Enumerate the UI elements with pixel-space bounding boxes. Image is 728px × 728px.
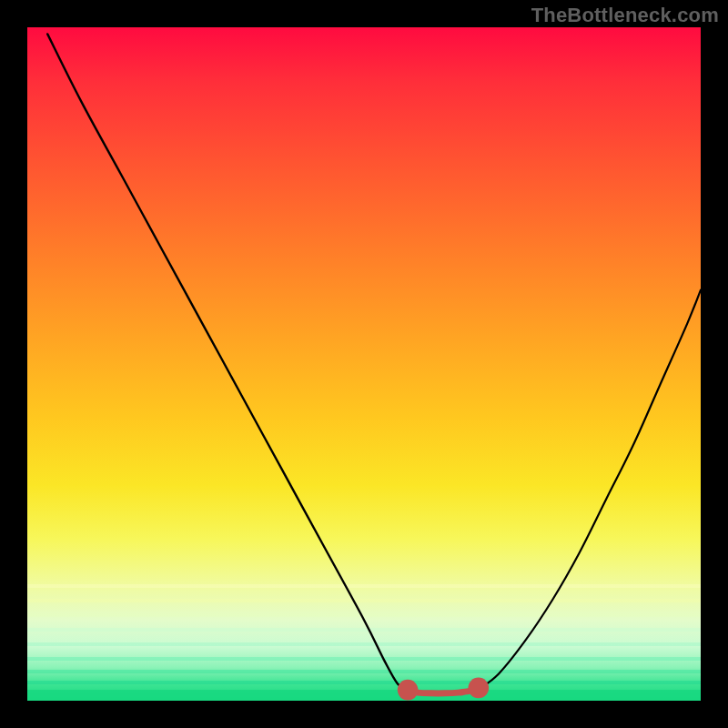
plot-area — [27, 27, 701, 701]
curve-group — [47, 34, 701, 700]
watermark-text: TheBottleneck.com — [531, 4, 719, 27]
right-branch-path — [479, 290, 701, 690]
chart-frame: TheBottleneck.com — [0, 0, 728, 728]
left-branch-path — [47, 34, 408, 691]
curve-svg — [27, 27, 701, 701]
valley-floor-path — [408, 689, 479, 693]
valley-start-dot — [398, 680, 419, 701]
valley-end-dot — [468, 678, 489, 699]
